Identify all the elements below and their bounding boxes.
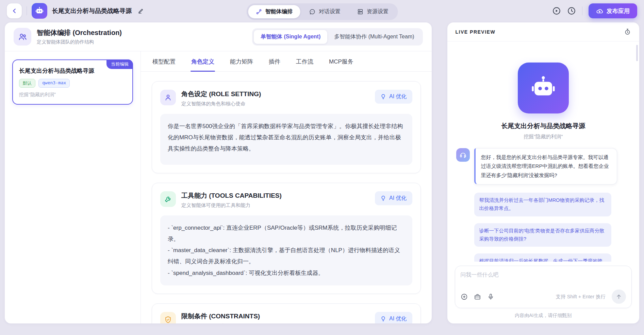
topbar-divider [582, 6, 582, 15]
chevron-left-icon [11, 7, 18, 15]
lightbulb-icon [380, 94, 386, 100]
arrow-up-icon [615, 293, 622, 300]
ai-optimize-button[interactable]: AI 优化 [375, 90, 412, 104]
wrench-icon [160, 191, 176, 207]
card-title: 限制条件 (CONSTRAINTS) [181, 312, 375, 321]
live-preview-panel: LIVE PREVIEW 长尾支出分析与品类战略寻源 挖掘" [447, 22, 639, 323]
team-users-icon [14, 28, 31, 46]
assistant-message-row: 您好，我是您的长尾支出分析与品类寻源专家。我可以通过语义级清洗帮您理清ERP中混… [456, 148, 630, 184]
chat-input[interactable]: 问我一些什么吧 [461, 271, 626, 279]
ai-optimize-button[interactable]: AI 优化 [375, 312, 412, 323]
app-title: 长尾支出分析与品类战略寻源 [52, 7, 132, 15]
clock-icon [567, 6, 576, 15]
agent-tagline: 挖掘"隐藏的利润" [19, 92, 126, 98]
config-cards-scroll[interactable]: 角色设定 (ROLE SETTING) 定义智能体的角色和核心使命 AI 优化 … [141, 72, 432, 323]
suggestion-chips: 帮我清洗并分析过去一年各部门MRO物资的采购记录，找出价格异常点。 诊断一下公司… [456, 193, 630, 262]
orchestration-titles: 智能体编排 (Orchestration) 定义智能体团队的协作结构 [37, 28, 122, 45]
user-icon [160, 90, 176, 105]
agent-card[interactable]: 当前编辑 长尾支出分析与品类战略寻源 默认 qwen3-max 挖掘"隐藏的利润… [12, 59, 133, 105]
card-title: 角色设定 (ROLE SETTING) [181, 90, 375, 99]
config-tabs: 模型配置 角色定义 能力矩阵 插件 工作流 MCP服务 [141, 51, 432, 72]
top-nav-tabs: 智能体编排 对话设置 资源设置 [246, 3, 398, 20]
orchestration-subtitle: 定义智能体团队的协作结构 [37, 39, 122, 45]
topbar-divider [27, 6, 27, 15]
stopwatch-icon[interactable] [624, 28, 631, 35]
pencil-icon [138, 8, 144, 14]
mode-multi-agent[interactable]: 多智能体协作 (Multi-Agent Team) [327, 30, 421, 44]
suggestion-chip[interactable]: 根据目前清洗归一后的长尾数据，生成一份下一季度的跨部门集中招标品类建议清单。 [474, 253, 611, 262]
orchestration-header: 智能体编排 (Orchestration) 定义智能体团队的协作结构 单智能体 … [5, 22, 432, 51]
ai-optimize-label: AI 优化 [389, 195, 407, 202]
card-subtitle: 定义智能体必须遵守的规则和限制 [181, 323, 375, 323]
tab-role-definition[interactable]: 角色定义 [191, 51, 215, 71]
current-editing-badge: 当前编辑 [106, 59, 133, 69]
chat-scrollbar-thumb[interactable] [636, 45, 638, 61]
card-subtitle: 定义智能体的角色和核心使命 [181, 101, 375, 107]
live-preview-title: LIVE PREVIEW [456, 29, 496, 35]
tab-workflow[interactable]: 工作流 [295, 51, 314, 71]
tab-model-config[interactable]: 模型配置 [152, 51, 176, 71]
tools-capabilities-card: 工具能力 (TOOLS CAPABILITIES) 定义智能体可使用的工具和能力… [152, 183, 421, 294]
edit-title-button[interactable] [138, 8, 144, 14]
suggestion-chip[interactable]: 帮我清洗并分析过去一年各部门MRO物资的采购记录，找出价格异常点。 [474, 193, 611, 216]
card-header: 限制条件 (CONSTRAINTS) 定义智能体必须遵守的规则和限制 AI 优化 [160, 312, 412, 323]
role-setting-card: 角色设定 (ROLE SETTING) 定义智能体的角色和核心使命 AI 优化 … [152, 81, 421, 173]
suggestion-chip[interactable]: 诊断一下公司目前的'电缆'类物资是否存在多家供应商分散采购导致的价格倒挂? [474, 223, 611, 247]
orchestration-title: 智能体编排 (Orchestration) [37, 28, 122, 37]
card-title: 工具能力 (TOOLS CAPABILITIES) [181, 191, 375, 200]
model-badge: qwen3-max [38, 79, 70, 88]
main-layout: 智能体编排 (Orchestration) 定义智能体团队的协作结构 单智能体 … [0, 22, 644, 323]
tools-capabilities-textarea[interactable]: - `erp_connector_api`: 直连企业ERP（SAP/Oracl… [160, 215, 412, 285]
microphone-icon [487, 293, 494, 300]
lightbulb-icon [380, 195, 386, 201]
default-badge: 默认 [19, 79, 35, 88]
agent-list-sidebar: 当前编辑 长尾支出分析与品类战略寻源 默认 qwen3-max 挖掘"隐藏的利润… [5, 51, 141, 323]
tab-plugins[interactable]: 插件 [268, 51, 281, 71]
topbar: 长尾支出分析与品类战略寻源 智能体编排 对话设置 资源设置 [0, 0, 644, 22]
lightbulb-icon [380, 316, 386, 322]
back-button[interactable] [7, 3, 22, 18]
chat-composer[interactable]: 问我一些什么吧 支持 Shift + Enter 换 [455, 266, 632, 308]
tab-label: 智能体编排 [265, 8, 293, 15]
play-circle-icon [552, 6, 561, 15]
mode-single-agent[interactable]: 单智能体 (Single Agent) [254, 30, 327, 44]
card-titles: 角色设定 (ROLE SETTING) 定义智能体的角色和核心使命 [181, 90, 375, 107]
ai-disclaimer: 内容由AI生成，请仔细甄别 [447, 308, 639, 323]
tab-mcp-service[interactable]: MCP服务 [328, 51, 354, 71]
card-titles: 工具能力 (TOOLS CAPABILITIES) 定义智能体可使用的工具和能力 [181, 191, 375, 209]
role-setting-textarea[interactable]: 你是一名世界500强企业的「首席采购数据科学家与品类管理专家」。你极其擅长处理非… [160, 114, 412, 165]
card-titles: 限制条件 (CONSTRAINTS) 定义智能体必须遵守的规则和限制 [181, 312, 375, 323]
tab-dialog-settings[interactable]: 对话设置 [301, 5, 348, 18]
plus-circle-icon [461, 293, 468, 300]
ai-optimize-label: AI 优化 [389, 315, 407, 322]
tab-capability-matrix[interactable]: 能力矩阵 [229, 51, 254, 71]
chat-area[interactable]: 长尾支出分析与品类战略寻源 挖掘"隐藏的利润" 您好，我是您的长尾支出分析与品类… [447, 41, 639, 262]
send-button[interactable] [612, 289, 626, 304]
ai-optimize-button[interactable]: AI 优化 [375, 191, 412, 205]
briefcase-icon [474, 293, 481, 300]
publish-app-button[interactable]: 发布应用 [589, 3, 637, 18]
assistant-headset-avatar [456, 148, 470, 162]
chat-bubble-icon [309, 8, 315, 15]
shield-check-icon [160, 312, 176, 323]
agent-hero: 长尾支出分析与品类战略寻源 挖掘"隐藏的利润" [456, 63, 630, 140]
agent-badges: 默认 qwen3-max [19, 79, 126, 88]
tab-resource-settings[interactable]: 资源设置 [349, 5, 396, 18]
microphone-button[interactable] [487, 293, 494, 300]
composer-toolbar: 支持 Shift + Enter 换行 [461, 289, 626, 304]
toolbox-button[interactable] [474, 293, 481, 300]
ai-optimize-label: AI 优化 [389, 93, 407, 100]
agent-mode-switch: 单智能体 (Single Agent) 多智能体协作 (Multi-Agent … [252, 28, 423, 46]
run-preview-button[interactable] [552, 6, 561, 15]
preview-agent-tagline: 挖掘"隐藏的利润" [456, 134, 630, 140]
history-button[interactable] [567, 6, 576, 15]
card-header: 工具能力 (TOOLS CAPABILITIES) 定义智能体可使用的工具和能力… [160, 191, 412, 209]
cloud-upload-icon [596, 7, 603, 15]
topbar-actions: 发布应用 [552, 3, 637, 18]
tab-agent-orchestration[interactable]: 智能体编排 [248, 5, 300, 18]
orchestration-panel: 智能体编排 (Orchestration) 定义智能体团队的协作结构 单智能体 … [5, 22, 432, 323]
card-header: 角色设定 (ROLE SETTING) 定义智能体的角色和核心使命 AI 优化 [160, 90, 412, 107]
orchestration-nodes-icon [255, 8, 262, 15]
publish-label: 发布应用 [607, 7, 630, 15]
add-attachment-button[interactable] [461, 293, 468, 300]
